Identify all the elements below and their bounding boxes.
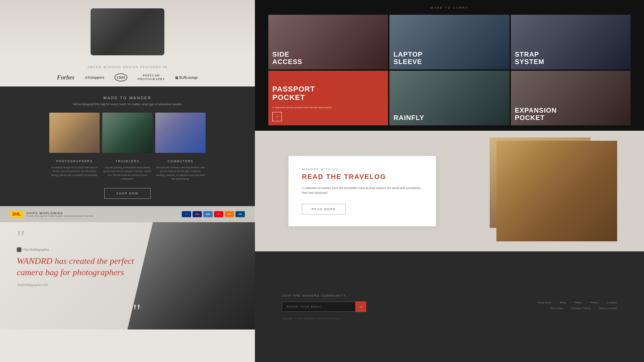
- side-access-label: SIDEACCESS: [268, 47, 306, 69]
- quote-content: " The Phoblographer WANDRD has created t…: [17, 232, 144, 287]
- feature-expansion-pocket: EXPANSIONPOCKET: [511, 71, 631, 125]
- footer-left: JOIN THE WANDRD COMMUNITY → Copyright © …: [282, 294, 518, 320]
- join-label: JOIN THE WANDRD COMMUNITY: [282, 294, 518, 297]
- footer-nav-row-1: Shop Now | Blog | FAQs | Press | Contact: [538, 301, 617, 304]
- feature-side-access: SIDEACCESS: [268, 15, 388, 69]
- features-grid: SIDEACCESS LAPTOPSLEEVE STRAPSYSTEM PASS…: [255, 15, 644, 125]
- email-submit-button[interactable]: →: [356, 301, 366, 312]
- email-input[interactable]: [282, 302, 356, 312]
- footer-link-privacy[interactable]: Privacy Policy: [572, 307, 591, 310]
- footer-nav-row-2: Our Crew | Privacy Policy | Shop Locator: [538, 307, 617, 310]
- travelog-image-front: [496, 141, 617, 241]
- award-label: AWARD WINNING DESIGN FEATURED IN: [10, 65, 245, 69]
- laptop-sleeve-label: LAPTOPSLEEVE: [389, 47, 427, 69]
- ships-section: DHL SHIPS WORLDWIDE Priority next day vi…: [0, 206, 255, 222]
- source-name: The Phoblographer: [23, 248, 49, 251]
- quote-author: -thephoblographer.com: [17, 283, 144, 287]
- quote-source: The Phoblographer: [17, 247, 144, 252]
- ships-title: SHIPS WORLDWIDE: [26, 212, 94, 215]
- mastercard-icon: MC: [214, 211, 223, 217]
- use-case-photographers: PHOTOGRAPHERS A modular design fits a DS…: [49, 160, 100, 181]
- slr-lounge-logo: ▣ SLRLounge: [175, 76, 198, 79]
- cnet-logo: cnet: [114, 73, 127, 81]
- commuters-image: [155, 113, 206, 153]
- travelog-title: READ THE TRAVELOG: [302, 173, 423, 181]
- photographers-desc: A modular design fits a DSLR with up to …: [49, 166, 100, 177]
- left-panel: AWARD WINNING DESIGN FEATURED IN Forbes …: [0, 0, 255, 362]
- ships-subtitle: Priority next day via FedEx Insured. Int…: [26, 215, 94, 217]
- right-panel: MADE TO CARRY SIDEACCESS LAPTOPSLEEVE ST…: [255, 0, 644, 362]
- footer-link-contact[interactable]: Contact: [607, 301, 617, 304]
- footer-link-blog[interactable]: Blog: [560, 301, 566, 304]
- copyright: Copyright © 2017 WANDRD. Powered by Shop…: [282, 317, 518, 320]
- wander-title: MADE TO WANDER: [20, 96, 235, 100]
- wander-with-us-label: WANDER WITH US: [302, 168, 423, 171]
- amex-icon: AMEX: [203, 211, 213, 217]
- rainfly-label: RAINFLY: [389, 110, 428, 125]
- use-case-commuters: COMMUTERS Remove the camera cube and div…: [155, 160, 206, 181]
- made-to-carry-label: MADE TO CARRY: [255, 0, 644, 9]
- dhl-logo: DHL: [10, 211, 23, 218]
- carry-section: MADE TO CARRY SIDEACCESS LAPTOPSLEEVE ST…: [255, 0, 644, 131]
- quote-open-marks: ": [17, 232, 144, 242]
- commuters-label: COMMUTERS: [155, 160, 206, 163]
- travelers-image: [102, 113, 153, 153]
- use-case-images: [20, 113, 235, 153]
- feature-passport-pocket: PASSPORTPOCKET A zippered secure pocket …: [268, 71, 388, 125]
- photographers-label: PHOTOGRAPHERS: [49, 160, 100, 163]
- source-icon: [17, 247, 21, 252]
- brand-logos: Forbes ⊙ Fstoppers cnet POPULARPHOTOGRAP…: [10, 73, 245, 81]
- use-case-grid: PHOTOGRAPHERS A modular design fits a DS…: [20, 160, 235, 181]
- photographers-image: [49, 113, 100, 153]
- payment-icons: PP VISA AMEX MC DIS JCB: [182, 211, 245, 217]
- read-more-button[interactable]: READ MORE: [302, 204, 346, 215]
- passport-pocket-label: PASSPORTPOCKET: [268, 81, 336, 105]
- footer-link-shop[interactable]: Shop Now: [538, 301, 551, 304]
- popular-photography-logo: POPULARPHOTOGRAPHY: [138, 74, 165, 81]
- passport-desc: A zippered secure pocket built into the …: [268, 106, 336, 112]
- discover-icon: DIS: [225, 211, 234, 217]
- footer-link-press[interactable]: Press: [590, 301, 598, 304]
- dhl-area: DHL SHIPS WORLDWIDE Priority next day vi…: [10, 211, 94, 218]
- forbes-logo: Forbes: [57, 74, 74, 81]
- footer-link-crew[interactable]: Our Crew: [550, 307, 563, 310]
- passport-arrow[interactable]: →: [272, 112, 282, 121]
- jcb-icon: JCB: [235, 211, 245, 217]
- use-case-travelers: TRAVELERS Lay flat packing, checkpoint-r…: [102, 160, 153, 181]
- wander-section: MADE TO WANDER We've designed this bag f…: [0, 86, 255, 206]
- quote-close-marks: ": [133, 300, 141, 323]
- footer-section: JOIN THE WANDRD COMMUNITY → Copyright © …: [255, 251, 644, 362]
- quote-text: WANDRD has created the perfect camera ba…: [17, 255, 144, 278]
- commuters-desc: Remove the camera cube and dividers, and…: [155, 166, 206, 181]
- expansion-pocket-label: EXPANSIONPOCKET: [511, 103, 561, 125]
- footer-link-faqs[interactable]: FAQs: [575, 301, 582, 304]
- travelog-section: WANDER WITH US READ THE TRAVELOG A colle…: [255, 131, 644, 251]
- travelers-desc: Lay flat packing, checkpoint-ready lapto…: [102, 166, 153, 181]
- visa-icon: VISA: [193, 211, 202, 217]
- travelers-label: TRAVELERS: [102, 160, 153, 163]
- quote-section: " The Phoblographer WANDRD has created t…: [0, 222, 255, 329]
- feature-rainfly: RAINFLY: [389, 71, 509, 125]
- feature-strap-system: STRAPSYSTEM: [511, 15, 631, 69]
- footer-right: Shop Now | Blog | FAQs | Press | Contact…: [538, 301, 617, 312]
- strap-system-label: STRAPSYSTEM: [511, 47, 548, 69]
- award-section: AWARD WINNING DESIGN FEATURED IN Forbes …: [0, 59, 255, 86]
- shop-now-button[interactable]: SHOP NOW: [104, 188, 151, 199]
- product-image: [91, 8, 164, 55]
- travelog-card: WANDER WITH US READ THE TRAVELOG A colle…: [288, 156, 436, 226]
- footer-link-locator[interactable]: Shop Locator: [599, 307, 617, 310]
- paypal-icon: PP: [182, 211, 191, 217]
- fstoppers-logo: ⊙ Fstoppers: [85, 76, 104, 79]
- product-top: [0, 0, 255, 59]
- quote-background-person: [127, 222, 255, 329]
- feature-laptop-sleeve: LAPTOPSLEEVE: [389, 15, 509, 69]
- email-row: →: [282, 301, 518, 312]
- wander-subtitle: We've designed this bag for every need. …: [20, 103, 235, 106]
- travelog-desc: A collection on entries from the WANDRD …: [302, 186, 423, 195]
- passport-pocket-content: PASSPORTPOCKET A zippered secure pocket …: [268, 71, 336, 125]
